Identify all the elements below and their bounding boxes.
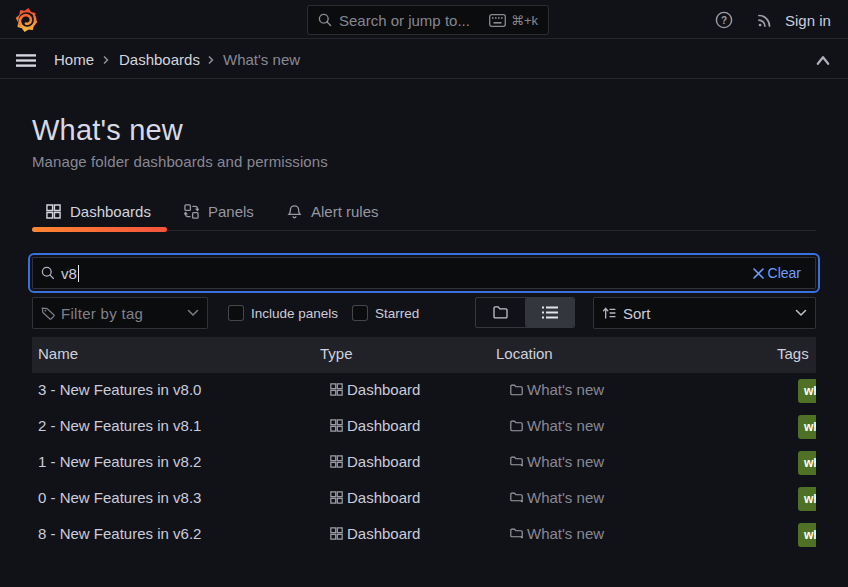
svg-text:?: ? (721, 15, 727, 26)
